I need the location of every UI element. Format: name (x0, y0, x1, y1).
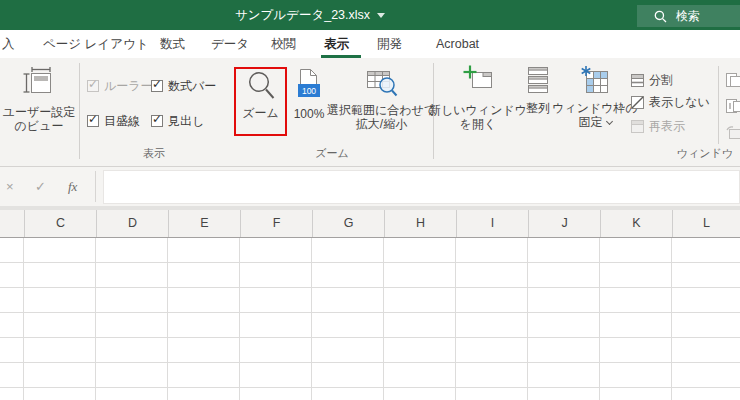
hide-button[interactable]: 表示しない (630, 94, 710, 110)
new-window-label-line1: 新しいウィンドウ (429, 103, 527, 117)
insert-function-button[interactable]: fx (68, 167, 77, 206)
new-window-button[interactable]: 新しいウィンドウ を開く (437, 64, 519, 142)
chevron-down-icon (605, 118, 612, 125)
column-header-D[interactable]: D (96, 210, 168, 237)
zoom-100-button[interactable]: 100 100% (288, 68, 330, 134)
checkbox-box[interactable]: ✓ (151, 80, 163, 92)
tab-formulas[interactable]: 数式 (160, 30, 185, 58)
compare-windows-icon (725, 72, 740, 88)
column-header-L[interactable]: L (672, 210, 740, 237)
zoom-to-selection-icon (366, 68, 398, 99)
zoom-100-icon: 100 (295, 68, 323, 105)
column-header-F[interactable]: F (240, 210, 312, 237)
ribbon: ユーザー設定 のビュー ✓ ルーラー ✓ 数式バー ✓ 目盛線 ✓ 見出し 表示 (0, 58, 740, 167)
freeze-panes-label-line1: ウィンドウ枠の (552, 101, 638, 115)
zoom-button[interactable]: ズーム (236, 68, 285, 134)
title-dropdown-caret-icon[interactable] (377, 13, 385, 18)
checkbox-gridlines[interactable]: ✓ 目盛線 (87, 114, 140, 128)
custom-views-button[interactable]: ユーザー設定 のビュー (5, 62, 73, 142)
zoom-100-label: 100% (294, 107, 325, 121)
checkbox-label: 数式バー (168, 78, 216, 95)
checkbox-box[interactable]: ✓ (87, 115, 99, 127)
column-header-H[interactable]: H (384, 210, 456, 237)
group-divider (79, 63, 80, 159)
checkbox-label: ルーラー (104, 78, 153, 95)
split-label: 分割 (649, 72, 673, 89)
tab-data[interactable]: データ (211, 30, 249, 58)
enter-check-icon: ✓ (35, 167, 46, 206)
check-icon: ✓ (152, 77, 162, 91)
worksheet-grid[interactable] (0, 238, 740, 400)
split-icon (630, 73, 645, 88)
title-bar: サンプルデータ_23.xlsx 検索 (0, 0, 740, 30)
freeze-panes-button[interactable]: ウィンドウ枠の 固定 (557, 64, 633, 142)
ribbon-tab-row: 入 ページ レイアウト 数式 データ 校閲 表示 開発 Acrobat (0, 30, 740, 58)
sync-scroll-icon (725, 98, 740, 114)
custom-views-label-line2: のビュー (15, 119, 64, 133)
tab-review[interactable]: 校閲 (271, 30, 296, 58)
reset-window-icon (725, 124, 740, 140)
group-label-view: 表示 (114, 146, 194, 161)
column-header-E[interactable]: E (168, 210, 240, 237)
new-window-icon (462, 64, 494, 96)
freeze-panes-icon (580, 65, 610, 95)
check-icon: ✓ (88, 112, 98, 126)
checkbox-ruler[interactable]: ✓ ルーラー (87, 79, 153, 93)
column-header-G[interactable]: G (312, 210, 384, 237)
tab-insert-partial[interactable]: 入 (2, 30, 15, 58)
document-title: サンプルデータ_23.xlsx (180, 0, 440, 30)
column-header-I[interactable]: I (456, 210, 528, 237)
search-box[interactable]: 検索 (637, 5, 740, 27)
tab-page-layout[interactable]: ページ レイアウト (43, 30, 149, 58)
hide-icon (630, 95, 645, 110)
checkbox-label: 目盛線 (104, 113, 140, 130)
checkbox-headings[interactable]: ✓ 見出し (151, 114, 204, 128)
check-icon: ✓ (152, 112, 162, 126)
synchronous-scrolling-button-clipped[interactable] (725, 98, 740, 114)
zoom-button-label: ズーム (242, 106, 279, 120)
tab-developer[interactable]: 開発 (377, 30, 402, 58)
zoom-to-selection-label-line2: 拡大/縮小 (356, 117, 407, 131)
tab-view[interactable]: 表示 (324, 30, 349, 58)
new-window-label-line2: を開く (460, 117, 497, 131)
column-header-row: C D E F G H I J K L (0, 210, 740, 238)
zoom-to-selection-button[interactable]: 選択範囲に合わせて 拡大/縮小 (330, 68, 433, 138)
column-header-K[interactable]: K (600, 210, 672, 237)
custom-views-label-line1: ユーザー設定 (3, 105, 76, 119)
search-icon (654, 10, 667, 23)
zoom-to-selection-label-line1: 選択範囲に合わせて (327, 103, 436, 117)
excel-window: サンプルデータ_23.xlsx 検索 入 ページ レイアウト 数式 データ 校閲… (0, 0, 740, 400)
search-label: 検索 (676, 8, 700, 25)
check-icon: ✓ (88, 77, 98, 91)
reset-window-position-button-clipped (725, 124, 740, 140)
arrange-all-icon (524, 65, 552, 95)
unhide-icon (630, 119, 645, 134)
column-header-C[interactable]: C (24, 210, 96, 237)
group-label-zoom: ズーム (300, 146, 364, 161)
freeze-panes-label-line2-text: 固定 (579, 115, 603, 129)
checkbox-formula-bar[interactable]: ✓ 数式バー (151, 79, 216, 93)
compare-side-by-side-button-clipped[interactable] (725, 72, 740, 88)
zoom-100-badge: 100 (302, 86, 316, 96)
custom-views-icon (22, 66, 56, 98)
document-title-text: サンプルデータ_23.xlsx (235, 8, 370, 22)
checkbox-box[interactable]: ✓ (151, 115, 163, 127)
formula-bar-divider (95, 171, 96, 202)
zoom-magnifier-icon (245, 69, 277, 105)
column-header-J[interactable]: J (528, 210, 600, 237)
formula-bar-row: × ✓ fx (0, 167, 740, 206)
checkbox-label: 見出し (168, 113, 204, 130)
group-label-window: ウィンドウ (668, 146, 740, 161)
group-divider (718, 66, 719, 144)
cancel-icon: × (6, 167, 14, 206)
arrange-all-label: 整列 (526, 101, 550, 115)
unhide-button: 再表示 (630, 118, 685, 134)
tab-acrobat[interactable]: Acrobat (436, 30, 479, 58)
arrange-all-button[interactable]: 整列 (521, 64, 555, 142)
column-header-partial[interactable] (0, 210, 24, 237)
formula-bar-input[interactable] (103, 170, 740, 204)
split-button[interactable]: 分割 (630, 72, 673, 88)
freeze-panes-label-line2: 固定 (579, 115, 612, 129)
hide-label: 表示しない (649, 94, 710, 111)
checkbox-box[interactable]: ✓ (87, 80, 99, 92)
